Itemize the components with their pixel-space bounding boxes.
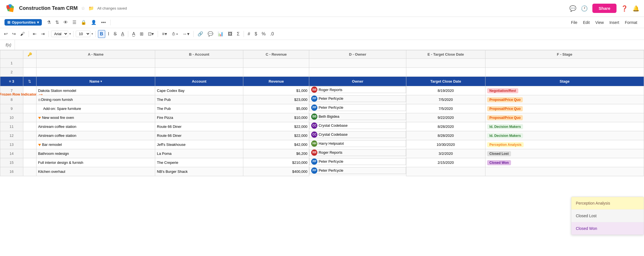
- row-account-10[interactable]: Fire Pizza: [155, 113, 243, 122]
- row-account-16[interactable]: NB's Burger Shack: [155, 167, 243, 176]
- row-owner-9[interactable]: PPPeter Perfcycle: [309, 104, 406, 111]
- row-stage-14[interactable]: Closed Lost: [485, 149, 644, 158]
- row-revenue-8[interactable]: $23,000: [243, 95, 309, 104]
- star-icon[interactable]: ☆: [81, 6, 85, 11]
- stage-option-perception[interactable]: Perception Analysis: [571, 197, 644, 210]
- row-2-date[interactable]: [406, 68, 485, 77]
- link-button[interactable]: 🔗: [196, 30, 205, 38]
- row-owner-8[interactable]: PPPeter Perfcycle: [309, 95, 406, 102]
- col-header-c[interactable]: C - Revenue: [243, 50, 309, 59]
- row-2-owner[interactable]: [309, 68, 406, 77]
- row-revenue-12[interactable]: $22,000: [243, 131, 309, 140]
- underline-button[interactable]: A: [120, 30, 126, 38]
- frozen-row-date-cell[interactable]: Target Close Date: [406, 77, 485, 86]
- row-revenue-15[interactable]: $210,000: [243, 158, 309, 167]
- indent-left-button[interactable]: ⇤: [31, 30, 38, 38]
- italic-button[interactable]: I: [106, 30, 111, 38]
- row-account-7[interactable]: Cape Codex Bay: [155, 86, 243, 95]
- frozen-row-name-cell[interactable]: Name ▾: [36, 77, 155, 86]
- row-name-8[interactable]: ⊟Dining room furnish: [36, 95, 155, 104]
- notifications-button[interactable]: 🔔: [632, 5, 640, 12]
- row-1-account[interactable]: [155, 59, 243, 68]
- percent-button[interactable]: %: [260, 30, 267, 38]
- frozen-name-dropdown[interactable]: ▾: [100, 80, 102, 83]
- row-date-10[interactable]: 9/22/2020: [406, 113, 485, 122]
- row-stage-13[interactable]: Perception Analysis: [485, 140, 644, 149]
- help-button[interactable]: ❓: [621, 5, 628, 12]
- row-owner-13[interactable]: HHHarry Helpsalot: [309, 140, 406, 147]
- row-date-11[interactable]: 8/28/2020: [406, 122, 485, 131]
- paint-format-button[interactable]: 🖌: [19, 30, 26, 38]
- row-date-12[interactable]: 8/28/2020: [406, 131, 485, 140]
- share-view-button[interactable]: 👤: [89, 19, 98, 26]
- row-owner-11[interactable]: CCCrystal Codebase: [309, 122, 406, 129]
- row-account-13[interactable]: Jeff's Steakhouse: [155, 140, 243, 149]
- comment-button[interactable]: 💬: [206, 30, 215, 38]
- row-date-9[interactable]: 7/5/2020: [406, 104, 485, 113]
- row-revenue-11[interactable]: $22,000: [243, 122, 309, 131]
- frozen-row-account-cell[interactable]: Account: [155, 77, 243, 86]
- borders-button[interactable]: ⊞: [138, 30, 145, 38]
- row-owner-14[interactable]: RRRoger Reports: [309, 149, 406, 156]
- image-button[interactable]: 🖼: [226, 30, 234, 38]
- formula-button[interactable]: Σ: [235, 30, 241, 38]
- row-2-account[interactable]: [155, 68, 243, 77]
- hide-button[interactable]: 👁: [62, 19, 70, 26]
- row-stage-15[interactable]: Closed Won: [485, 158, 644, 167]
- font-size-selector[interactable]: 10: [76, 31, 90, 37]
- valign-button[interactable]: ⫛▾: [170, 30, 180, 38]
- row-account-9[interactable]: The Pub: [155, 104, 243, 113]
- strikethrough-button[interactable]: S: [112, 30, 118, 38]
- redo-button[interactable]: ↪: [10, 30, 17, 38]
- row-2-name[interactable]: [36, 68, 155, 77]
- row-revenue-10[interactable]: $10,000: [243, 113, 309, 122]
- dollar-button[interactable]: $: [253, 30, 259, 38]
- col-header-f[interactable]: F - Stage: [485, 50, 644, 59]
- row-stage-8[interactable]: Proposal/Price Quo: [485, 95, 644, 104]
- row-2-revenue[interactable]: [243, 68, 309, 77]
- col-header-d[interactable]: D - Owner: [309, 50, 406, 59]
- row-date-15[interactable]: 2/15/2020: [406, 158, 485, 167]
- hash-button[interactable]: #: [246, 30, 252, 38]
- row-revenue-14[interactable]: $6,200: [243, 149, 309, 158]
- frozen-row-revenue-cell[interactable]: Revenue: [243, 77, 309, 86]
- row-stage-10[interactable]: Proposal/Price Quo: [485, 113, 644, 122]
- col-header-e[interactable]: E - Target Close Date: [406, 50, 485, 59]
- align-button[interactable]: ≡▾: [160, 30, 168, 38]
- file-menu[interactable]: File: [569, 19, 580, 26]
- row-name-12[interactable]: Airstream coffee station: [36, 131, 155, 140]
- row-stage-16[interactable]: [485, 167, 644, 176]
- bold-button[interactable]: B: [98, 30, 105, 38]
- row-name-7[interactable]: Dakota Station remodel: [36, 86, 155, 95]
- frozen-row-owner-cell[interactable]: Owner: [309, 77, 406, 86]
- frozen-row-sort-icon[interactable]: ⇅: [28, 79, 31, 83]
- row-owner-15[interactable]: PPPeter Perfcycle: [309, 158, 406, 165]
- row-account-11[interactable]: Route 66 Diner: [155, 122, 243, 131]
- row-revenue-16[interactable]: $400,000: [243, 167, 309, 176]
- row-1-stage[interactable]: [485, 59, 644, 68]
- frozen-row-stage-cell[interactable]: Stage: [485, 77, 644, 86]
- col-header-a[interactable]: A - Name: [36, 50, 155, 59]
- insert-menu[interactable]: Insert: [607, 19, 622, 26]
- row-stage-12[interactable]: Id. Decision Makers: [485, 131, 644, 140]
- row-2-stage[interactable]: [485, 68, 644, 77]
- wrap-button[interactable]: ↔▾: [181, 30, 191, 38]
- row-date-8[interactable]: 7/5/2020: [406, 95, 485, 104]
- row-name-11[interactable]: Airstream coffee station: [36, 122, 155, 131]
- row-revenue-9[interactable]: $5,000: [243, 104, 309, 113]
- share-button[interactable]: Share: [592, 4, 617, 13]
- expand-icon[interactable]: ⊟: [38, 98, 41, 101]
- font-selector[interactable]: Arial: [51, 31, 68, 37]
- history-button[interactable]: 🕐: [581, 5, 588, 12]
- undo-button[interactable]: ↩: [2, 30, 9, 38]
- format-menu[interactable]: Format: [623, 19, 640, 26]
- row-stage-7[interactable]: Negotiation/Revi: [485, 86, 644, 95]
- row-account-12[interactable]: Route 66 Diner: [155, 131, 243, 140]
- row-revenue-13[interactable]: $42,000: [243, 140, 309, 149]
- more-button[interactable]: •••: [99, 19, 107, 26]
- row-1-date[interactable]: [406, 59, 485, 68]
- row-1-name[interactable]: [36, 59, 155, 68]
- filter-button[interactable]: ⚗: [45, 19, 52, 26]
- lock-button[interactable]: 🔒: [79, 19, 88, 26]
- row-name-16[interactable]: Kitchen overhaul: [36, 167, 155, 176]
